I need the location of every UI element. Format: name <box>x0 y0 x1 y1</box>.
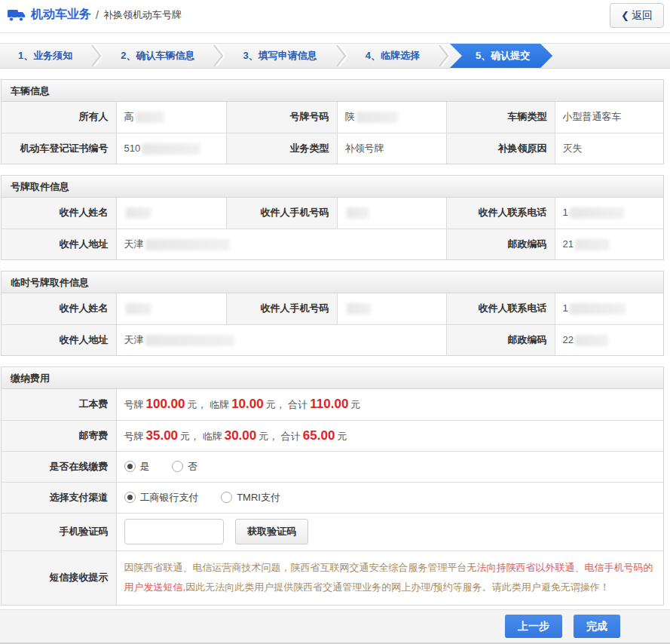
pay-channel-icbc-option[interactable]: 工商银行支付 <box>124 492 199 503</box>
finish-button[interactable]: 完成 <box>574 615 620 638</box>
step-3-fill-application[interactable]: 3、填写申请信息 <box>225 44 335 68</box>
table-row: 收件人地址 天津 邮政编码 21 <box>2 228 663 259</box>
redacted-value <box>575 239 610 250</box>
recipient-phone-label: 收件人联系电话 <box>446 293 555 324</box>
table-row: 邮寄费 号牌35.00元， 临牌30.00元， 合计65.00元 <box>2 420 663 451</box>
table-row: 收件人地址 天津 邮政编码 22 <box>2 324 663 355</box>
redacted-value <box>347 303 371 314</box>
pay-channel-label: 选择支付渠道 <box>2 482 116 513</box>
cost-total-amount: 110.00 <box>307 397 350 411</box>
recipient-name-value <box>116 293 226 324</box>
reg-cert-value: 510 <box>116 133 226 164</box>
table-row: 短信接收提示 因陕西省联通、电信运营商技术问题，陕西省互联网交通安全综合服务管理… <box>2 550 663 605</box>
fees-section: 缴纳费用 工本费 号牌100.00元， 临牌10.00元， 合计110.00元 … <box>1 366 664 606</box>
plate-number-value: 陕 <box>337 102 446 133</box>
postage-fee-label: 邮寄费 <box>2 420 116 451</box>
online-pay-yes-option[interactable]: 是 <box>124 461 150 472</box>
back-button-label: 返回 <box>632 9 653 23</box>
plate-number-label: 号牌号码 <box>226 102 337 133</box>
truck-icon <box>8 8 26 22</box>
radio-unselected-icon[interactable] <box>172 461 183 472</box>
sms-notice-label: 短信接收提示 <box>2 550 116 605</box>
table-row: 手机验证码 获取验证码 <box>2 513 663 550</box>
business-type-value: 补领号牌 <box>337 133 446 164</box>
wizard-steps: 1、业务须知 2、确认车辆信息 3、填写申请信息 4、临牌选择 5、确认提交 <box>0 43 670 69</box>
redacted-value <box>136 112 164 123</box>
redacted-value <box>145 335 234 346</box>
get-sms-code-button[interactable]: 获取验证码 <box>235 519 308 544</box>
breadcrumb: 机动车业务 / 补换领机动车号牌 <box>8 7 182 23</box>
page-title: 机动车业务 <box>31 7 91 23</box>
business-type-label: 业务类型 <box>226 133 337 164</box>
table-row: 收件人姓名 收件人手机号码 收件人联系电话 1 <box>2 198 663 228</box>
recipient-mobile-value <box>337 293 446 324</box>
online-pay-no-option[interactable]: 否 <box>172 461 197 472</box>
recipient-phone-value: 1 <box>555 198 663 228</box>
radio-selected-icon[interactable] <box>124 492 136 503</box>
radio-unselected-icon[interactable] <box>221 492 232 503</box>
fees-title: 缴纳费用 <box>2 367 663 389</box>
sms-code-label: 手机验证码 <box>2 513 116 550</box>
redacted-value <box>575 335 608 346</box>
breadcrumb-separator: / <box>96 9 99 21</box>
redacted-value <box>356 112 398 123</box>
redacted-value <box>570 207 624 219</box>
owner-value: 高 <box>116 102 226 133</box>
table-row: 是否在线缴费 是 否 <box>2 451 663 482</box>
table-row: 所有人 高 号牌号码 陕 车辆类型 小型普通客车 <box>2 102 663 133</box>
step-5-confirm-submit[interactable]: 5、确认提交 <box>450 44 552 68</box>
postcode-value: 21 <box>555 228 663 259</box>
recipient-mobile-label: 收件人手机号码 <box>226 293 337 324</box>
redacted-value <box>126 207 151 219</box>
vehicle-info-section: 车辆信息 所有人 高 号牌号码 陕 车辆类型 小型普通客车 机动车登记证书编号 … <box>1 79 664 164</box>
vehicle-type-value: 小型普通客车 <box>555 102 663 133</box>
step-separator-icon <box>438 44 450 67</box>
postage-plate-amount: 35.00 <box>144 428 181 443</box>
sms-code-input[interactable] <box>124 519 224 544</box>
step-separator-icon <box>335 44 347 67</box>
previous-step-button[interactable]: 上一步 <box>505 615 562 638</box>
plate-delivery-title: 号牌取件信息 <box>2 176 663 198</box>
vehicle-info-table: 所有人 高 号牌号码 陕 车辆类型 小型普通客车 机动车登记证书编号 510 业… <box>2 102 663 164</box>
page-header: 机动车业务 / 补换领机动车号牌 ❮ 返回 <box>0 0 670 33</box>
page-subtitle: 补换领机动车号牌 <box>103 8 182 22</box>
redacted-value <box>145 239 230 250</box>
step-4-temp-plate-choice[interactable]: 4、临牌选择 <box>347 44 438 68</box>
pay-channel-tmri-option[interactable]: TMRI支付 <box>221 492 280 503</box>
postcode-label: 邮政编码 <box>446 324 555 355</box>
recipient-mobile-value <box>337 198 446 228</box>
recipient-mobile-label: 收件人手机号码 <box>226 198 337 228</box>
redacted-value <box>570 303 626 314</box>
postage-fee-value: 号牌35.00元， 临牌30.00元， 合计65.00元 <box>116 420 663 451</box>
sms-code-field: 获取验证码 <box>116 513 663 550</box>
step-1-business-notice[interactable]: 1、业务须知 <box>0 44 90 68</box>
reason-label: 补换领原因 <box>446 133 555 164</box>
postcode-value: 22 <box>555 324 663 355</box>
sms-notice-text: 因陕西省联通、电信运营商技术问题，陕西省互联网交通安全综合服务管理平台无法向持陕… <box>116 550 663 605</box>
plate-delivery-table: 收件人姓名 收件人手机号码 收件人联系电话 1 收件人地址 天津 邮政编码 21 <box>2 198 663 259</box>
temp-plate-delivery-title: 临时号牌取件信息 <box>2 271 663 293</box>
online-pay-options: 是 否 <box>116 451 663 482</box>
table-row: 工本费 号牌100.00元， 临牌10.00元， 合计110.00元 <box>2 389 663 420</box>
back-button[interactable]: ❮ 返回 <box>610 3 664 28</box>
cost-fee-label: 工本费 <box>2 389 116 420</box>
plate-delivery-section: 号牌取件信息 收件人姓名 收件人手机号码 收件人联系电话 1 收件人地址 天津 … <box>1 175 664 260</box>
postcode-label: 邮政编码 <box>446 228 555 259</box>
recipient-address-value: 天津 <box>116 324 446 355</box>
postage-total-amount: 65.00 <box>301 428 338 443</box>
temp-plate-delivery-section: 临时号牌取件信息 收件人姓名 收件人手机号码 收件人联系电话 1 收件人地址 天… <box>1 271 664 356</box>
owner-label: 所有人 <box>2 102 116 133</box>
redacted-value <box>142 143 200 155</box>
step-2-confirm-vehicle[interactable]: 2、确认车辆信息 <box>102 44 213 68</box>
recipient-phone-label: 收件人联系电话 <box>446 198 555 228</box>
radio-selected-icon[interactable] <box>124 461 136 472</box>
postage-temp-amount: 30.00 <box>222 428 259 443</box>
redacted-value <box>347 207 369 219</box>
recipient-name-label: 收件人姓名 <box>2 198 116 228</box>
footer-bar: 上一步 完成 <box>0 609 670 644</box>
fees-table: 工本费 号牌100.00元， 临牌10.00元， 合计110.00元 邮寄费 号… <box>2 389 663 605</box>
table-row: 机动车登记证书编号 510 业务类型 补领号牌 补换领原因 灭失 <box>2 133 663 164</box>
recipient-address-label: 收件人地址 <box>2 324 116 355</box>
reg-cert-label: 机动车登记证书编号 <box>2 133 116 164</box>
step-separator-icon <box>90 44 102 67</box>
